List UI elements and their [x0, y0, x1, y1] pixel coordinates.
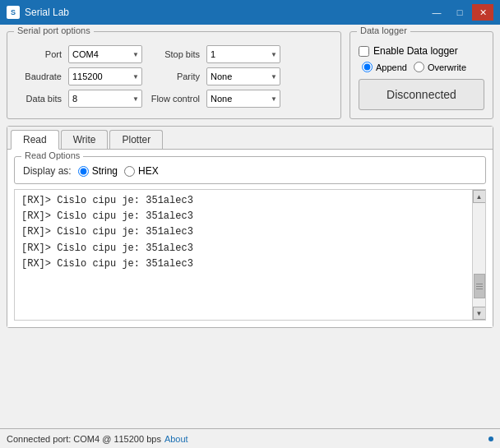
scrollbar-grip — [476, 284, 483, 289]
serial-options-title: Serial port options — [14, 25, 94, 35]
append-option[interactable]: Append — [362, 62, 407, 72]
status-indicator — [488, 436, 493, 441]
display-as-label: Display as: — [23, 165, 72, 177]
enable-logger-row: Enable Data logger — [359, 45, 484, 57]
status-text: Connected port: COM4 @ 115200 bps — [7, 434, 161, 444]
read-line: [RX]> Cislo cipu je: 351alec3 — [21, 241, 469, 256]
flowcontrol-select-wrapper[interactable]: None XON/XOFF RTS/CTS — [206, 90, 280, 108]
tab-content-read: Read Options Display as: String HEX [RX — [7, 150, 493, 327]
baudrate-select[interactable]: 115200 9600 19200 38400 57600 — [68, 67, 142, 85]
window-controls: — □ ✕ — [426, 4, 493, 21]
maximize-button[interactable]: □ — [449, 4, 470, 21]
app-icon: S — [7, 6, 20, 19]
tab-plotter[interactable]: Plotter — [109, 130, 163, 149]
flowcontrol-select[interactable]: None XON/XOFF RTS/CTS — [206, 90, 280, 108]
parity-label: Parity — [146, 72, 203, 81]
scrollbar-thumb[interactable] — [474, 274, 485, 298]
about-link[interactable]: About — [164, 434, 188, 444]
title-bar: S Serial Lab — □ ✕ — [0, 0, 500, 25]
scrollbar[interactable]: ▲ ▼ — [472, 190, 485, 320]
databits-label: Data bits — [16, 94, 65, 104]
append-label: Append — [376, 62, 407, 72]
port-label: Port — [16, 49, 65, 59]
append-radio[interactable] — [362, 62, 373, 72]
data-logger-group: Data logger Enable Data logger Append Ov… — [350, 31, 493, 119]
parity-select-wrapper[interactable]: None Even Odd — [206, 67, 280, 85]
stopbits-label: Stop bits — [146, 49, 203, 59]
app-title: Serial Lab — [25, 7, 69, 18]
top-section: Serial port options Port COM4 COM1 COM2 … — [7, 31, 493, 119]
read-output-wrapper: [RX]> Cislo cipu je: 351alec3[RX]> Cislo… — [14, 189, 486, 321]
serial-options-grid: Port COM4 COM1 COM2 COM3 Stop bits 1 1.5 — [16, 45, 332, 108]
hex-radio[interactable] — [124, 166, 135, 177]
main-content: Serial port options Port COM4 COM1 COM2 … — [0, 25, 500, 428]
string-option[interactable]: String — [78, 165, 118, 177]
read-options-title: Read Options — [21, 150, 83, 160]
read-line: [RX]> Cislo cipu je: 351alec3 — [21, 224, 469, 240]
data-logger-title: Data logger — [357, 25, 410, 35]
read-options-box: Read Options Display as: String HEX — [14, 156, 486, 184]
hex-label: HEX — [138, 165, 159, 177]
port-select-wrapper[interactable]: COM4 COM1 COM2 COM3 — [68, 45, 142, 63]
read-output[interactable]: [RX]> Cislo cipu je: 351alec3[RX]> Cislo… — [15, 190, 485, 320]
port-select[interactable]: COM4 COM1 COM2 COM3 — [68, 45, 142, 63]
stopbits-select-wrapper[interactable]: 1 1.5 2 — [206, 45, 280, 63]
close-button[interactable]: ✕ — [472, 4, 493, 21]
tab-read[interactable]: Read — [11, 130, 59, 150]
databits-select[interactable]: 8 5 6 7 — [68, 90, 142, 108]
tab-header: Read Write Plotter — [7, 127, 493, 150]
baudrate-select-wrapper[interactable]: 115200 9600 19200 38400 57600 — [68, 67, 142, 85]
baudrate-label: Baudrate — [16, 72, 65, 81]
read-line: [RX]> Cislo cipu je: 351alec3 — [21, 193, 469, 209]
status-bar: Connected port: COM4 @ 115200 bps About — [0, 428, 500, 448]
disconnect-button[interactable]: Disconnected — [359, 79, 484, 110]
string-label: String — [92, 165, 118, 177]
stopbits-select[interactable]: 1 1.5 2 — [206, 45, 280, 63]
enable-logger-label: Enable Data logger — [373, 45, 458, 57]
flowcontrol-label: Flow control — [146, 94, 203, 104]
overwrite-label: Overwrite — [428, 62, 466, 72]
databits-select-wrapper[interactable]: 8 5 6 7 — [68, 90, 142, 108]
string-radio[interactable] — [78, 166, 89, 177]
serial-port-options: Serial port options Port COM4 COM1 COM2 … — [7, 31, 341, 119]
parity-select[interactable]: None Even Odd — [206, 67, 280, 85]
scroll-down-button[interactable]: ▼ — [473, 307, 486, 320]
scrollbar-thumb-area — [473, 203, 485, 307]
read-line: [RX]> Cislo cipu je: 351alec3 — [21, 209, 469, 224]
data-logger-content: Enable Data logger Append Overwrite Disc… — [359, 45, 484, 110]
scroll-up-button[interactable]: ▲ — [473, 190, 486, 203]
display-as-row: Display as: String HEX — [23, 165, 477, 177]
hex-option[interactable]: HEX — [124, 165, 159, 177]
minimize-button[interactable]: — — [426, 4, 447, 21]
enable-logger-checkbox[interactable] — [359, 46, 369, 57]
tabs-area: Read Write Plotter Read Options Display … — [7, 126, 493, 328]
title-bar-left: S Serial Lab — [7, 6, 69, 19]
overwrite-radio[interactable] — [414, 62, 424, 72]
read-line: [RX]> Cislo cipu je: 351alec3 — [21, 256, 469, 272]
overwrite-option[interactable]: Overwrite — [414, 62, 466, 72]
tab-write[interactable]: Write — [61, 130, 109, 149]
append-overwrite-row: Append Overwrite — [362, 62, 484, 72]
